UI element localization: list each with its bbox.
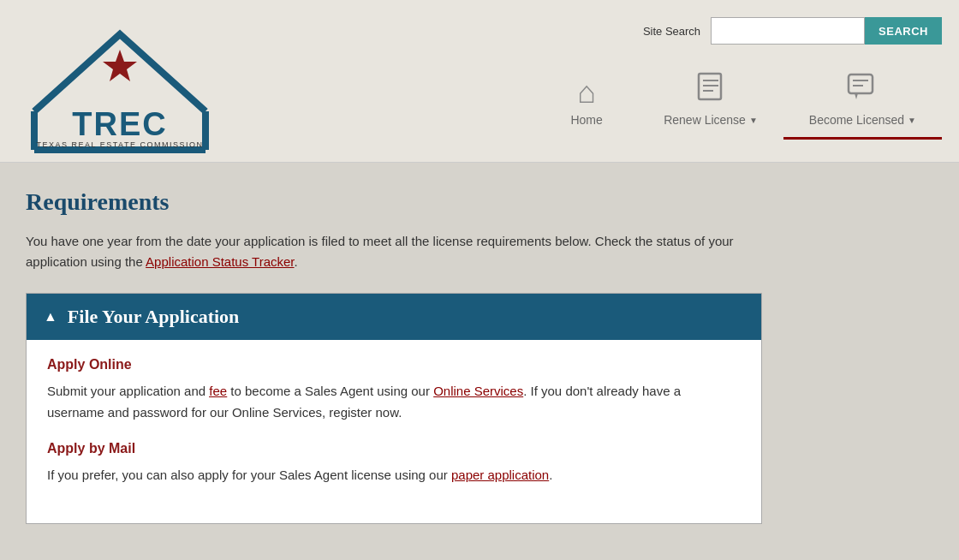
renew-license-icon <box>694 70 727 108</box>
apply-online-section: Apply Online Submit your application and… <box>47 357 741 424</box>
logo: TREC TEXAS REAL ESTATE COMMISSION <box>17 17 223 158</box>
accordion-header[interactable]: ▲ File Your Application <box>27 294 761 340</box>
paper-application-link[interactable]: paper application <box>451 468 549 482</box>
page-title: Requirements <box>26 188 762 216</box>
nav-become-label: Become Licensed ▼ <box>809 113 916 127</box>
nav-become-licensed[interactable]: Become Licensed ▼ <box>783 62 942 140</box>
apply-mail-section: Apply by Mail If you prefer, you can als… <box>47 441 741 486</box>
header-right: Site Search SEARCH ⌂ Home <box>223 9 942 140</box>
apply-online-heading: Apply Online <box>47 357 741 372</box>
nav-home-label: Home <box>570 113 602 127</box>
main-nav: ⌂ Home Renew License ▼ <box>535 62 942 140</box>
intro-paragraph: You have one year from the date your app… <box>26 231 762 272</box>
intro-text-before-link: You have one year from the date your app… <box>26 234 734 269</box>
apply-mail-text-before: If you prefer, you can also apply for yo… <box>47 468 451 482</box>
search-wrapper: SEARCH <box>711 17 942 45</box>
apply-mail-text: If you prefer, you can also apply for yo… <box>47 465 741 486</box>
home-icon: ⌂ <box>577 77 596 108</box>
search-button[interactable]: SEARCH <box>865 17 942 45</box>
svg-rect-10 <box>849 74 873 93</box>
apply-online-text-between: to become a Sales Agent using our <box>227 384 433 398</box>
svg-marker-11 <box>855 93 858 99</box>
search-area: Site Search SEARCH <box>643 17 942 45</box>
file-application-accordion: ▲ File Your Application Apply Online Sub… <box>26 293 762 524</box>
nav-renew-license[interactable]: Renew License ▼ <box>638 62 783 140</box>
accordion-title: File Your Application <box>68 306 239 328</box>
application-status-tracker-link[interactable]: Application Status Tracker <box>146 254 294 269</box>
accordion-arrow-icon: ▲ <box>44 309 57 325</box>
apply-mail-heading: Apply by Mail <box>47 441 741 456</box>
nav-home[interactable]: ⌂ Home <box>535 69 638 140</box>
intro-text-after-link: . <box>295 254 298 269</box>
svg-marker-3 <box>103 50 137 81</box>
online-services-link[interactable]: Online Services <box>433 384 523 398</box>
apply-mail-text-after: . <box>549 468 552 482</box>
fee-link[interactable]: fee <box>209 384 227 398</box>
become-arrow-icon: ▼ <box>908 116 916 125</box>
main-content: Requirements You have one year from the … <box>0 163 788 550</box>
accordion-body: Apply Online Submit your application and… <box>27 340 761 523</box>
renew-arrow-icon: ▼ <box>749 116 758 125</box>
apply-online-text: Submit your application and fee to becom… <box>47 381 741 424</box>
svg-text:TREC: TREC <box>72 106 167 142</box>
apply-online-text-before-fee: Submit your application and <box>47 384 209 398</box>
search-label: Site Search <box>643 25 700 38</box>
nav-renew-label: Renew License ▼ <box>664 113 758 127</box>
become-licensed-icon <box>846 70 879 108</box>
search-input[interactable] <box>711 17 865 45</box>
svg-text:TEXAS REAL ESTATE COMMISSION: TEXAS REAL ESTATE COMMISSION <box>37 140 204 149</box>
header: TREC TEXAS REAL ESTATE COMMISSION Site S… <box>0 0 959 163</box>
